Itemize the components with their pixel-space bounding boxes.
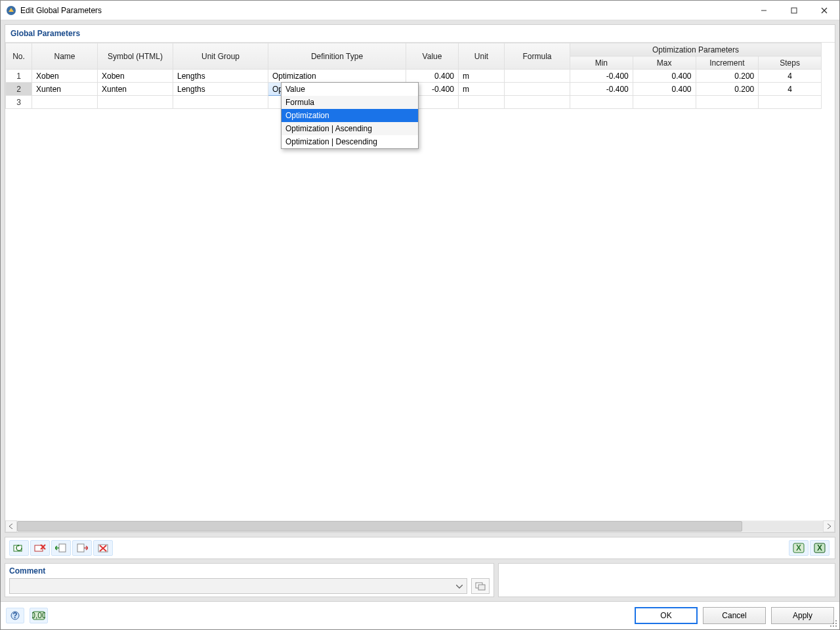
dropdown-option[interactable]: Formula — [282, 96, 418, 109]
scroll-thumb[interactable] — [17, 521, 742, 532]
shift-right-button[interactable] — [72, 540, 92, 556]
minimize-button[interactable] — [749, 1, 779, 20]
grid-scroll-area[interactable]: No. Name Symbol (HTML) Unit Group Defini… — [5, 43, 835, 520]
col-unit-group[interactable]: Unit Group — [173, 43, 268, 70]
lower-panels: Comment — [5, 563, 835, 597]
cell-max[interactable]: 0.400 — [633, 70, 696, 83]
row-no[interactable]: 2 — [6, 83, 32, 96]
cell-symbol[interactable] — [98, 96, 173, 109]
scroll-track[interactable] — [17, 521, 823, 532]
definition-type-dropdown[interactable]: Value Formula Optimization Optimization … — [281, 82, 419, 149]
import-excel-button[interactable]: X — [810, 540, 830, 556]
grid-host: No. Name Symbol (HTML) Unit Group Defini… — [5, 43, 835, 532]
row-no[interactable]: 3 — [6, 96, 32, 109]
col-definition-type[interactable]: Definition Type — [268, 43, 406, 70]
cell-formula[interactable] — [505, 83, 570, 96]
cell-unit-group[interactable]: Lengths — [173, 83, 268, 96]
dropdown-option[interactable]: Optimization — [282, 109, 418, 122]
col-formula[interactable]: Formula — [505, 43, 570, 70]
chevron-down-icon — [456, 581, 463, 591]
row-restore-button[interactable] — [9, 540, 29, 556]
cell-steps[interactable]: 4 — [759, 70, 822, 83]
col-name[interactable]: Name — [32, 43, 98, 70]
svg-text:0,00: 0,00 — [32, 611, 45, 620]
cell-min[interactable] — [570, 96, 633, 109]
comment-pick-button[interactable] — [471, 578, 490, 594]
col-increment[interactable]: Increment — [696, 56, 759, 70]
col-unit[interactable]: Unit — [459, 43, 505, 70]
col-symbol[interactable]: Symbol (HTML) — [98, 43, 173, 70]
horizontal-scrollbar[interactable] — [5, 520, 835, 532]
info-panel — [498, 563, 835, 597]
dialog-footer: ? 0,00 OK Cancel Apply — [1, 601, 839, 629]
ok-button[interactable]: OK — [635, 607, 698, 624]
cell-formula[interactable] — [505, 70, 570, 83]
comment-title: Comment — [9, 566, 490, 576]
cell-unit-group[interactable]: Lengths — [173, 70, 268, 83]
resize-grip-icon[interactable] — [829, 619, 837, 627]
svg-rect-10 — [77, 544, 84, 552]
col-steps[interactable]: Steps — [759, 56, 822, 70]
cell-unit[interactable]: m — [459, 83, 505, 96]
window-title: Edit Global Parameters — [20, 6, 749, 15]
svg-rect-9 — [59, 544, 66, 552]
cell-definition-type[interactable]: Optimization — [268, 70, 406, 83]
export-excel-button[interactable]: X — [789, 540, 808, 556]
cell-increment[interactable] — [696, 96, 759, 109]
cell-steps[interactable]: 4 — [759, 83, 822, 96]
cell-increment[interactable]: 0.200 — [696, 70, 759, 83]
cell-symbol[interactable]: Xoben — [98, 70, 173, 83]
cell-unit[interactable] — [459, 96, 505, 109]
clear-all-button[interactable] — [93, 540, 113, 556]
svg-rect-19 — [478, 585, 485, 590]
scroll-right-icon[interactable] — [823, 520, 835, 532]
cell-name[interactable] — [32, 96, 98, 109]
svg-text:?: ? — [12, 611, 17, 620]
help-button[interactable]: ? — [6, 608, 24, 623]
comment-combo[interactable] — [9, 578, 467, 594]
svg-text:X: X — [817, 543, 822, 553]
close-button[interactable] — [809, 1, 839, 20]
cell-value[interactable]: 0.400 — [406, 70, 459, 83]
cell-unit[interactable]: m — [459, 70, 505, 83]
svg-text:X: X — [796, 543, 801, 553]
col-no[interactable]: No. — [6, 43, 32, 70]
dialog-window: Edit Global Parameters Global Parameters… — [0, 0, 840, 630]
units-button[interactable]: 0,00 — [30, 608, 48, 623]
maximize-button[interactable] — [779, 1, 809, 20]
app-icon — [6, 5, 16, 16]
global-parameters-panel: Global Parameters No. Name Symbol (HTML)… — [5, 24, 835, 533]
window-controls — [749, 1, 839, 20]
dropdown-option[interactable]: Value — [282, 83, 418, 96]
col-value[interactable]: Value — [406, 43, 459, 70]
cell-formula[interactable] — [505, 96, 570, 109]
cell-symbol[interactable]: Xunten — [98, 83, 173, 96]
cell-max[interactable]: 0.400 — [633, 83, 696, 96]
dropdown-option[interactable]: Optimization | Descending — [282, 135, 418, 148]
col-group-optimization[interactable]: Optimization Parameters — [570, 43, 822, 56]
titlebar: Edit Global Parameters — [1, 1, 839, 20]
cancel-button[interactable]: Cancel — [703, 607, 766, 624]
scroll-left-icon[interactable] — [5, 520, 17, 532]
panel-title: Global Parameters — [5, 25, 835, 43]
row-delete-button[interactable] — [30, 540, 50, 556]
col-min[interactable]: Min — [570, 56, 633, 70]
cell-unit-group[interactable] — [173, 96, 268, 109]
cell-increment[interactable]: 0.200 — [696, 83, 759, 96]
cell-steps[interactable] — [759, 96, 822, 109]
cell-max[interactable] — [633, 96, 696, 109]
grid-toolbar: X X — [5, 537, 835, 559]
apply-button[interactable]: Apply — [771, 607, 834, 624]
dropdown-option[interactable]: Optimization | Ascending — [282, 122, 418, 135]
cell-min[interactable]: -0.400 — [570, 70, 633, 83]
table-row[interactable]: 1 Xoben Xoben Lengths Optimization 0.400… — [6, 70, 822, 83]
svg-rect-2 — [791, 8, 797, 13]
cell-name[interactable]: Xoben — [32, 70, 98, 83]
dialog-body: Global Parameters No. Name Symbol (HTML)… — [1, 20, 839, 601]
comment-panel: Comment — [5, 563, 494, 597]
cell-min[interactable]: -0.400 — [570, 83, 633, 96]
cell-name[interactable]: Xunten — [32, 83, 98, 96]
col-max[interactable]: Max — [633, 56, 696, 70]
row-no[interactable]: 1 — [6, 70, 32, 83]
shift-left-button[interactable] — [51, 540, 71, 556]
